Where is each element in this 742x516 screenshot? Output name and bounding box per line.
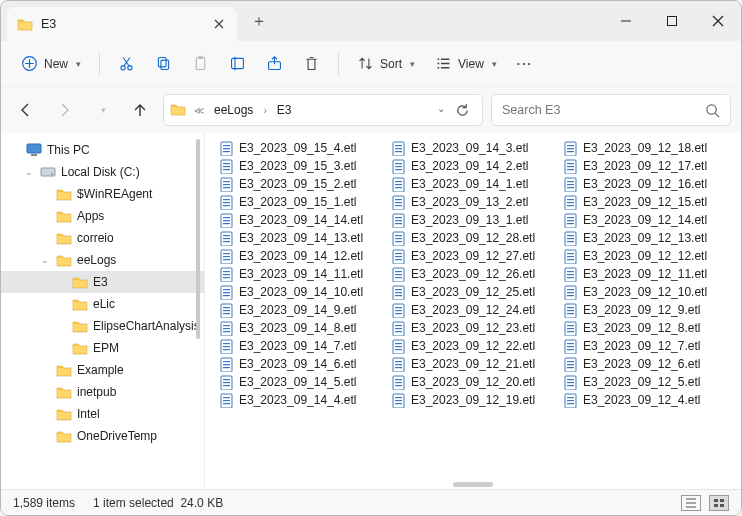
file-item[interactable]: E3_2023_09_12_28.etl bbox=[387, 229, 559, 247]
tree-node[interactable]: This PC bbox=[1, 139, 204, 161]
file-item[interactable]: E3_2023_09_12_22.etl bbox=[387, 337, 559, 355]
file-item[interactable]: E3_2023_09_12_7.etl bbox=[559, 337, 731, 355]
file-item[interactable]: E3_2023_09_12_18.etl bbox=[559, 139, 731, 157]
file-item[interactable]: E3_2023_09_13_1.etl bbox=[387, 211, 559, 229]
tree-node[interactable]: EPM bbox=[1, 337, 204, 359]
rename-button[interactable] bbox=[221, 47, 254, 81]
file-item[interactable]: E3_2023_09_14_3.etl bbox=[387, 139, 559, 157]
file-item[interactable]: E3_2023_09_12_26.etl bbox=[387, 265, 559, 283]
svg-rect-12 bbox=[158, 58, 166, 67]
breadcrumb[interactable]: ≪ eeLogs › E3 ⌄ bbox=[163, 94, 483, 126]
view-button[interactable]: View▾ bbox=[427, 47, 505, 81]
file-item[interactable]: E3_2023_09_15_1.etl bbox=[215, 193, 387, 211]
file-item[interactable]: E3_2023_09_12_12.etl bbox=[559, 247, 731, 265]
delete-button[interactable] bbox=[295, 47, 328, 81]
tree-node[interactable]: ⌄ Local Disk (C:) bbox=[1, 161, 204, 183]
chevron-left-icon[interactable]: ≪ bbox=[191, 105, 207, 116]
file-item[interactable]: E3_2023_09_14_6.etl bbox=[215, 355, 387, 373]
file-item[interactable]: E3_2023_09_12_9.etl bbox=[559, 301, 731, 319]
file-item[interactable]: E3_2023_09_12_21.etl bbox=[387, 355, 559, 373]
expand-icon[interactable]: ⌄ bbox=[39, 255, 51, 265]
file-item[interactable]: E3_2023_09_12_8.etl bbox=[559, 319, 731, 337]
tree-node[interactable]: Intel bbox=[1, 403, 204, 425]
tree-node[interactable]: inetpub bbox=[1, 381, 204, 403]
minimize-button[interactable] bbox=[603, 1, 649, 41]
search-icon[interactable] bbox=[705, 103, 720, 118]
tree-node[interactable]: correio bbox=[1, 227, 204, 249]
file-item[interactable]: E3_2023_09_12_27.etl bbox=[387, 247, 559, 265]
copy-button[interactable] bbox=[147, 47, 180, 81]
file-item[interactable]: E3_2023_09_14_7.etl bbox=[215, 337, 387, 355]
file-item[interactable]: E3_2023_09_14_12.etl bbox=[215, 247, 387, 265]
file-item[interactable]: E3_2023_09_14_11.etl bbox=[215, 265, 387, 283]
tree-node[interactable]: eLic bbox=[1, 293, 204, 315]
file-item[interactable]: E3_2023_09_12_5.etl bbox=[559, 373, 731, 391]
file-item[interactable]: E3_2023_09_12_17.etl bbox=[559, 157, 731, 175]
tree-node[interactable]: OneDriveTemp bbox=[1, 425, 204, 447]
refresh-button[interactable] bbox=[455, 103, 470, 118]
up-button[interactable] bbox=[125, 95, 155, 125]
file-item[interactable]: E3_2023_09_14_14.etl bbox=[215, 211, 387, 229]
file-list[interactable]: E3_2023_09_15_4.etlE3_2023_09_15_3.etlE3… bbox=[205, 133, 741, 489]
close-window-button[interactable] bbox=[695, 1, 741, 41]
file-name: E3_2023_09_12_4.etl bbox=[583, 393, 700, 407]
close-tab-button[interactable] bbox=[211, 16, 227, 32]
tab-e3[interactable]: E3 bbox=[7, 7, 237, 41]
search-input[interactable] bbox=[502, 103, 705, 117]
file-item[interactable]: E3_2023_09_14_10.etl bbox=[215, 283, 387, 301]
file-item[interactable]: E3_2023_09_12_16.etl bbox=[559, 175, 731, 193]
tree-node[interactable]: ⌄ eeLogs bbox=[1, 249, 204, 271]
file-item[interactable]: E3_2023_09_14_2.etl bbox=[387, 157, 559, 175]
file-item[interactable]: E3_2023_09_15_2.etl bbox=[215, 175, 387, 193]
horizontal-scrollbar[interactable] bbox=[453, 482, 493, 487]
paste-button[interactable] bbox=[184, 47, 217, 81]
new-tab-button[interactable]: ＋ bbox=[243, 5, 275, 37]
file-item[interactable]: E3_2023_09_12_14.etl bbox=[559, 211, 731, 229]
new-button[interactable]: New▾ bbox=[13, 47, 89, 81]
file-item[interactable]: E3_2023_09_12_4.etl bbox=[559, 391, 731, 409]
file-item[interactable]: E3_2023_09_12_24.etl bbox=[387, 301, 559, 319]
tree-scrollbar[interactable] bbox=[192, 139, 204, 483]
more-button[interactable]: ··· bbox=[509, 47, 541, 81]
file-item[interactable]: E3_2023_09_12_23.etl bbox=[387, 319, 559, 337]
crumb-eelogs[interactable]: eeLogs bbox=[210, 100, 257, 120]
file-item[interactable]: E3_2023_09_12_20.etl bbox=[387, 373, 559, 391]
sort-button[interactable]: Sort▾ bbox=[349, 47, 423, 81]
file-item[interactable]: E3_2023_09_14_5.etl bbox=[215, 373, 387, 391]
file-item[interactable]: E3_2023_09_14_1.etl bbox=[387, 175, 559, 193]
address-dropdown-button[interactable]: ⌄ bbox=[437, 103, 445, 118]
back-button[interactable] bbox=[11, 95, 41, 125]
file-item[interactable]: E3_2023_09_15_4.etl bbox=[215, 139, 387, 157]
file-item[interactable]: E3_2023_09_14_8.etl bbox=[215, 319, 387, 337]
file-item[interactable]: E3_2023_09_15_3.etl bbox=[215, 157, 387, 175]
file-item[interactable]: E3_2023_09_14_13.etl bbox=[215, 229, 387, 247]
file-item[interactable]: E3_2023_09_12_13.etl bbox=[559, 229, 731, 247]
file-item[interactable]: E3_2023_09_12_10.etl bbox=[559, 283, 731, 301]
file-item[interactable]: E3_2023_09_12_19.etl bbox=[387, 391, 559, 409]
file-item[interactable]: E3_2023_09_12_11.etl bbox=[559, 265, 731, 283]
chevron-down-icon: ▾ bbox=[76, 59, 81, 69]
share-button[interactable] bbox=[258, 47, 291, 81]
file-item[interactable]: E3_2023_09_12_15.etl bbox=[559, 193, 731, 211]
thumbnails-view-button[interactable] bbox=[709, 495, 729, 511]
tree-node[interactable]: ElipseChartAnalysis bbox=[1, 315, 204, 337]
tree-node[interactable]: $WinREAgent bbox=[1, 183, 204, 205]
file-item[interactable]: E3_2023_09_14_4.etl bbox=[215, 391, 387, 409]
file-item[interactable]: E3_2023_09_13_2.etl bbox=[387, 193, 559, 211]
tree-node[interactable]: E3 bbox=[1, 271, 204, 293]
cut-button[interactable] bbox=[110, 47, 143, 81]
file-item[interactable]: E3_2023_09_12_25.etl bbox=[387, 283, 559, 301]
search-box[interactable] bbox=[491, 94, 731, 126]
expand-icon[interactable]: ⌄ bbox=[23, 167, 35, 177]
file-item[interactable]: E3_2023_09_14_9.etl bbox=[215, 301, 387, 319]
maximize-button[interactable] bbox=[649, 1, 695, 41]
details-view-button[interactable] bbox=[681, 495, 701, 511]
tree-node[interactable]: Apps bbox=[1, 205, 204, 227]
crumb-e3[interactable]: E3 bbox=[273, 100, 296, 120]
tree-node[interactable]: Example bbox=[1, 359, 204, 381]
tree-label: correio bbox=[77, 231, 114, 245]
forward-button[interactable] bbox=[49, 95, 79, 125]
nav-tree[interactable]: This PC⌄ Local Disk (C:) $WinREAgent App… bbox=[1, 133, 205, 489]
file-item[interactable]: E3_2023_09_12_6.etl bbox=[559, 355, 731, 373]
recent-dropdown[interactable]: ▾ bbox=[87, 95, 117, 125]
